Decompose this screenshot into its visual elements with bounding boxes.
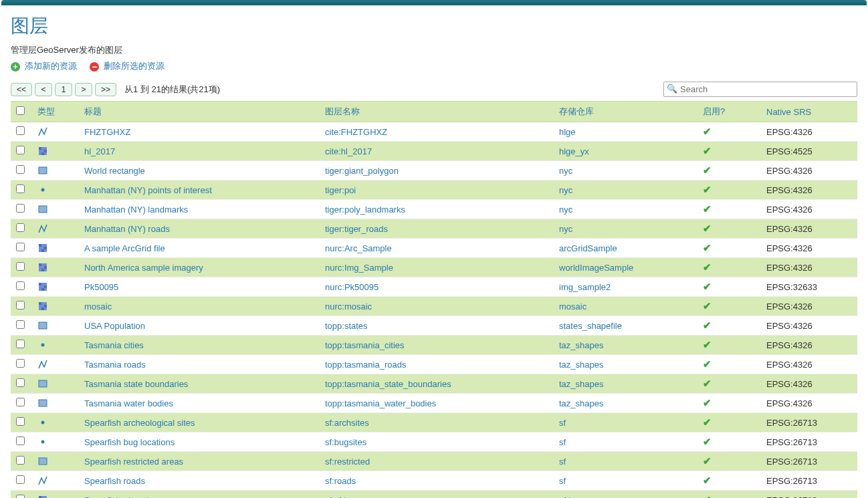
- row-checkbox[interactable]: [16, 262, 25, 271]
- layer-store-link[interactable]: nyc: [559, 185, 572, 195]
- row-checkbox[interactable]: [16, 495, 25, 498]
- window-title-bar: [1, 0, 867, 5]
- header-type[interactable]: 类型: [37, 106, 55, 116]
- pager-first-button[interactable]: <<: [11, 83, 32, 96]
- layer-store-link[interactable]: img_sample2: [559, 282, 611, 292]
- layer-name-link[interactable]: sf:bugsites: [325, 437, 366, 447]
- select-all-checkbox[interactable]: [16, 106, 25, 115]
- pager-next-button[interactable]: >: [75, 83, 92, 96]
- layer-store-link[interactable]: sf: [559, 418, 566, 428]
- layer-title-link[interactable]: Tasmania cities: [84, 340, 144, 350]
- row-checkbox[interactable]: [16, 301, 25, 309]
- row-checkbox[interactable]: [16, 456, 25, 465]
- layer-name-link[interactable]: topp:tasmania_state_boundaries: [325, 379, 451, 389]
- header-enabled[interactable]: 启用?: [703, 106, 725, 116]
- layer-name-link[interactable]: tiger:tiger_roads: [325, 224, 388, 234]
- row-checkbox[interactable]: [16, 165, 25, 174]
- layer-store-link[interactable]: sf: [559, 476, 566, 486]
- layer-name-link[interactable]: nurc:Img_Sample: [325, 263, 393, 273]
- row-checkbox[interactable]: [16, 475, 25, 484]
- layer-title-link[interactable]: Spearfish bug locations: [84, 437, 175, 447]
- layer-store-link[interactable]: nyc: [559, 205, 572, 215]
- layer-name-link[interactable]: sf:sfdem: [325, 495, 358, 499]
- header-name[interactable]: 图层名称: [325, 106, 360, 116]
- remove-resource-link[interactable]: − 删除所选的资源: [90, 61, 165, 71]
- layer-name-link[interactable]: topp:tasmania_roads: [325, 360, 406, 370]
- layer-title-link[interactable]: mosaic: [84, 301, 112, 312]
- header-store[interactable]: 存储仓库: [559, 106, 594, 116]
- layer-store-link[interactable]: worldImageSample: [559, 263, 633, 273]
- layer-store-link[interactable]: sf: [559, 457, 566, 467]
- layer-store-link[interactable]: taz_shapes: [559, 398, 604, 408]
- layer-title-link[interactable]: USA Population: [84, 321, 145, 331]
- layer-title-link[interactable]: Spearfish roads: [84, 476, 145, 486]
- pager-page-button[interactable]: 1: [55, 83, 72, 96]
- layer-store-link[interactable]: hlge_yx: [559, 146, 589, 156]
- layer-title-link[interactable]: Spearfish archeological sites: [84, 418, 195, 428]
- layer-title-link[interactable]: Manhattan (NY) landmarks: [84, 205, 188, 215]
- layer-store-link[interactable]: nyc: [559, 224, 572, 234]
- layer-name-link[interactable]: tiger:giant_polygon: [325, 166, 399, 176]
- layer-name-link[interactable]: tiger:poly_landmarks: [325, 205, 405, 215]
- layer-title-link[interactable]: Manhattan (NY) roads: [84, 224, 170, 234]
- row-checkbox[interactable]: [16, 378, 25, 387]
- row-checkbox[interactable]: [16, 417, 25, 426]
- add-resource-link[interactable]: + 添加新的资源: [11, 61, 79, 71]
- row-checkbox[interactable]: [16, 126, 25, 135]
- layer-name-link[interactable]: cite:hl_2017: [325, 146, 372, 156]
- row-checkbox[interactable]: [16, 359, 25, 368]
- layer-title-link[interactable]: FHZTGHXZ: [84, 127, 130, 137]
- row-checkbox[interactable]: [16, 340, 25, 348]
- row-checkbox[interactable]: [16, 243, 25, 251]
- layer-store-link[interactable]: taz_shapes: [559, 360, 604, 370]
- layer-store-link[interactable]: mosaic: [559, 301, 586, 312]
- layer-title-link[interactable]: Spearfish elevation: [84, 495, 158, 499]
- layer-name-link[interactable]: sf:restricted: [325, 457, 370, 467]
- row-checkbox[interactable]: [16, 204, 25, 213]
- layer-title-link[interactable]: Pk50095: [84, 282, 118, 292]
- layer-name-link[interactable]: topp:tasmania_cities: [325, 340, 405, 350]
- layer-title-link[interactable]: Tasmania water bodies: [84, 398, 173, 408]
- layer-store-link[interactable]: states_shapefile: [559, 321, 622, 331]
- layer-title-link[interactable]: World rectangle: [84, 166, 145, 176]
- row-checkbox[interactable]: [16, 398, 25, 406]
- row-checkbox[interactable]: [16, 320, 25, 329]
- layer-srs: EPSG:26713: [766, 437, 817, 447]
- table-row: Pk50095nurc:Pk50095img_sample2✔EPSG:3263…: [11, 277, 857, 297]
- layer-name-link[interactable]: nurc:mosaic: [325, 301, 372, 312]
- table-row: Manhattan (NY) points of interesttiger:p…: [11, 180, 857, 200]
- layer-title-link[interactable]: Manhattan (NY) points of interest: [84, 185, 212, 195]
- search-input[interactable]: [663, 82, 857, 97]
- row-checkbox[interactable]: [16, 146, 25, 154]
- layer-title-link[interactable]: Spearfish restricted areas: [84, 457, 183, 467]
- layer-name-link[interactable]: nurc:Pk50095: [325, 282, 378, 292]
- layer-store-link[interactable]: sfdem: [559, 495, 582, 499]
- row-checkbox[interactable]: [16, 437, 25, 445]
- layer-store-link[interactable]: sf: [559, 437, 566, 447]
- pager-prev-button[interactable]: <: [35, 83, 52, 96]
- layer-name-link[interactable]: cite:FHZTGHXZ: [325, 127, 387, 137]
- layer-title-link[interactable]: hl_2017: [84, 146, 115, 156]
- layer-name-link[interactable]: nurc:Arc_Sample: [325, 243, 392, 253]
- layer-name-link[interactable]: topp:states: [325, 321, 368, 331]
- table-row: Manhattan (NY) roadstiger:tiger_roadsnyc…: [11, 219, 857, 239]
- layer-name-link[interactable]: topp:tasmania_water_bodies: [325, 398, 436, 408]
- header-title[interactable]: 标题: [84, 106, 102, 116]
- layer-title-link[interactable]: A sample ArcGrid file: [84, 243, 165, 253]
- layer-store-link[interactable]: nyc: [559, 166, 572, 176]
- layer-title-link[interactable]: North America sample imagery: [84, 263, 203, 273]
- svg-rect-18: [41, 288, 44, 291]
- layer-store-link[interactable]: arcGridSample: [559, 243, 617, 253]
- row-checkbox[interactable]: [16, 223, 25, 232]
- layer-name-link[interactable]: sf:archsites: [325, 418, 369, 428]
- row-checkbox[interactable]: [16, 281, 25, 290]
- layer-title-link[interactable]: Tasmania state boundaries: [84, 379, 188, 389]
- layer-name-link[interactable]: tiger:poi: [325, 185, 356, 195]
- layer-store-link[interactable]: hlge: [559, 127, 576, 137]
- layer-name-link[interactable]: sf:roads: [325, 476, 356, 486]
- pager-last-button[interactable]: >>: [95, 83, 116, 96]
- layer-title-link[interactable]: Tasmania roads: [84, 360, 146, 370]
- layer-store-link[interactable]: taz_shapes: [559, 379, 604, 389]
- layer-store-link[interactable]: taz_shapes: [559, 340, 604, 350]
- row-checkbox[interactable]: [16, 184, 25, 193]
